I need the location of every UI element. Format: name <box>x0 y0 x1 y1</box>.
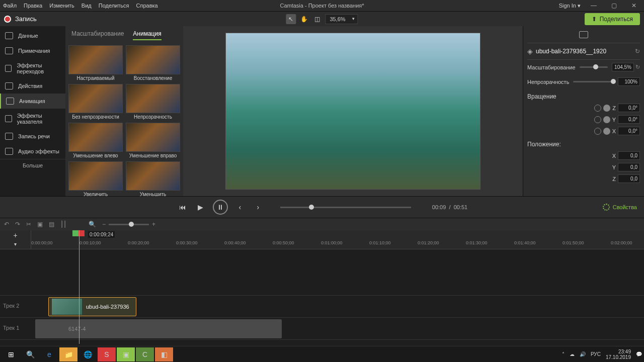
zoom-out-button[interactable]: − <box>102 221 106 228</box>
effect-item-2[interactable]: Без непрозрачности <box>68 84 123 120</box>
clip[interactable]: 6147-4 <box>35 319 282 338</box>
effect-item-4[interactable]: Уменьшение влево <box>68 123 123 158</box>
nav-item-1[interactable]: Примечания <box>0 43 65 58</box>
edge-icon[interactable]: e <box>40 347 58 361</box>
position-label: Положение: <box>527 137 640 150</box>
collapse-tracks-button[interactable]: ▾ <box>0 240 31 248</box>
clock[interactable]: 23:49 17.10.2019 <box>606 349 631 360</box>
preview-canvas[interactable] <box>183 26 523 196</box>
opacity-value[interactable]: 100% <box>618 77 640 86</box>
effect-item-0[interactable]: Настраиваемый <box>68 45 123 81</box>
crop-tool[interactable]: ◫ <box>312 14 322 24</box>
scale-slider[interactable] <box>580 66 608 68</box>
effect-item-7[interactable]: Уменьшить <box>126 161 180 196</box>
step-fwd-button[interactable]: › <box>252 201 264 213</box>
effect-item-6[interactable]: Увеличить <box>68 161 123 196</box>
pointer-tool[interactable]: ↖ <box>286 14 296 24</box>
opacity-slider[interactable] <box>573 81 614 82</box>
share-button[interactable]: ⬆ Поделиться <box>585 13 640 25</box>
nav-item-6[interactable]: Запись речи <box>0 129 65 144</box>
maximize-button[interactable]: ▢ <box>607 2 621 9</box>
reset-scale-icon[interactable]: ↻ <box>635 64 640 70</box>
reset-icon[interactable]: ↻ <box>635 48 640 55</box>
effect-item-5[interactable]: Уменьшение вправо <box>126 123 180 158</box>
tray-up-icon[interactable]: ˄ <box>562 351 565 357</box>
chrome-icon[interactable]: 🌐 <box>78 347 97 361</box>
properties-button[interactable]: Свойства <box>603 204 637 211</box>
effects-tab-1[interactable]: Анимация <box>133 30 161 40</box>
playhead-line[interactable] <box>79 230 79 344</box>
rot-z-wheel[interactable] <box>603 105 610 112</box>
tick: 0:01:10;00 <box>369 240 391 245</box>
effect-item-3[interactable]: Непрозрачность <box>126 84 180 120</box>
explorer-icon[interactable]: 📁 <box>59 347 77 361</box>
camtasia-icon[interactable]: C <box>136 347 154 361</box>
playhead-marker[interactable] <box>72 230 85 236</box>
step-back-button[interactable]: ‹ <box>234 201 246 213</box>
redo-button[interactable]: ↷ <box>15 221 20 228</box>
nav-item-7[interactable]: Аудио эффекты <box>0 144 65 159</box>
prev-frame-button[interactable]: ⏮ <box>177 201 189 213</box>
play-button[interactable]: ▶ <box>195 201 207 213</box>
signin-button[interactable]: Sign In ▾ <box>559 3 581 9</box>
nav-item-3[interactable]: Действия <box>0 78 65 94</box>
zoom-in-button[interactable]: + <box>152 221 155 228</box>
nav-item-4[interactable]: Анимация <box>0 94 65 109</box>
cut-button[interactable]: ✂ <box>26 221 31 228</box>
clip[interactable]: ubud-bali-237936 <box>48 297 136 316</box>
undo-button[interactable]: ↶ <box>4 221 9 228</box>
zoom-search-icon[interactable]: 🔍 <box>89 221 96 228</box>
pause-button[interactable]: ⏸ <box>213 200 228 215</box>
zoom-dropdown[interactable]: 35,6% <box>325 14 358 24</box>
paste-button[interactable]: ▤ <box>49 221 54 228</box>
nav-item-0[interactable]: Данные <box>0 28 65 43</box>
window-title: Camtasia - Проект без названия* <box>280 3 364 9</box>
menu-Файл[interactable]: Файл <box>3 3 17 9</box>
nav-item-5[interactable]: Эффекты указателя <box>0 109 65 129</box>
scale-value[interactable]: 104,5% <box>612 63 634 71</box>
search-button[interactable]: 🔍 <box>21 347 39 361</box>
close-button[interactable]: ✕ <box>627 2 641 9</box>
app1-icon[interactable]: S <box>98 347 116 361</box>
rot-y-ring[interactable] <box>594 116 601 123</box>
copy-button[interactable]: ▣ <box>37 221 43 228</box>
effect-item-1[interactable]: Восстановление <box>126 45 180 81</box>
hand-tool[interactable]: ✋ <box>299 14 309 24</box>
track-1[interactable]: Трек 16147-4 <box>0 318 644 340</box>
nav-item-2[interactable]: Эффекты переходов <box>0 58 65 78</box>
pos-x-value[interactable]: 0,0 <box>618 151 640 160</box>
nav-more[interactable]: Больше <box>0 159 65 171</box>
app2-icon[interactable]: ▣ <box>117 347 135 361</box>
effects-tab-0[interactable]: Масштабирование <box>71 30 124 40</box>
rot-y-wheel[interactable] <box>603 116 610 123</box>
pos-y-value[interactable]: 0,0 <box>618 163 640 171</box>
notifications-icon[interactable]: 💬 <box>636 351 642 357</box>
rot-y-value[interactable]: 0,0° <box>618 115 640 124</box>
rot-z-ring[interactable] <box>594 105 601 112</box>
progress-slider[interactable] <box>280 207 411 208</box>
split-button[interactable]: ⎮⎮ <box>60 221 66 228</box>
record-button[interactable]: Запись <box>4 15 37 23</box>
rot-z-value[interactable]: 0,0° <box>618 104 640 112</box>
lang-indicator[interactable]: РУС <box>591 351 601 357</box>
timeline-zoom-slider[interactable] <box>109 224 149 225</box>
start-button[interactable]: ⊞ <box>2 347 20 361</box>
effect-thumb <box>126 161 180 191</box>
effect-thumb <box>126 45 180 74</box>
rot-x-wheel[interactable] <box>603 128 610 135</box>
track-0[interactable]: Трек 2ubud-bali-237936 <box>0 296 644 318</box>
menu-Вид[interactable]: Вид <box>82 3 92 9</box>
pos-z-value[interactable]: 0,0 <box>618 174 640 183</box>
rot-x-ring[interactable] <box>594 128 601 135</box>
preview-frame <box>226 33 480 189</box>
menu-Поделиться[interactable]: Поделиться <box>99 3 129 9</box>
menu-Изменить[interactable]: Изменить <box>49 3 74 9</box>
onedrive-icon[interactable]: ☁ <box>570 351 575 357</box>
minimize-button[interactable]: — <box>587 2 601 9</box>
add-track-button[interactable]: + <box>0 230 31 240</box>
app3-icon[interactable]: ◧ <box>155 347 173 361</box>
menu-Правка[interactable]: Правка <box>24 3 42 9</box>
menu-Справка[interactable]: Справка <box>136 3 158 9</box>
volume-icon[interactable]: 🔊 <box>580 351 586 357</box>
rot-x-value[interactable]: 0,0° <box>618 127 640 135</box>
